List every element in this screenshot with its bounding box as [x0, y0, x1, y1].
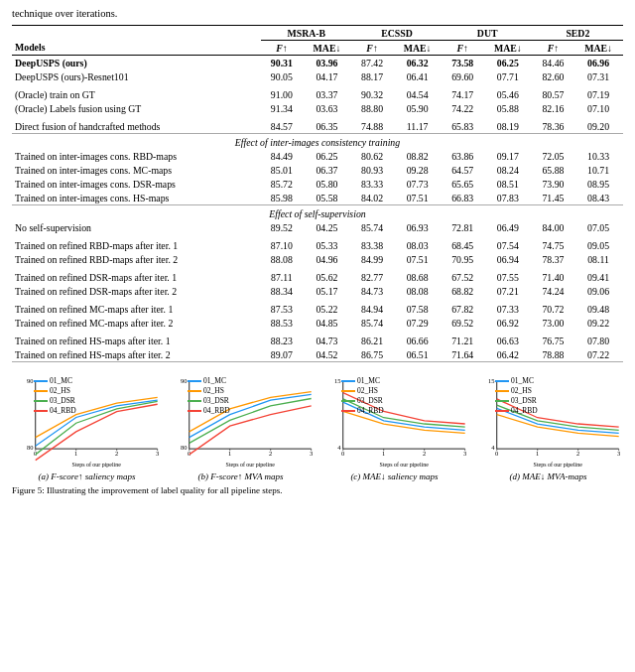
column-group-header: MSRA-B ECSSD DUT SED2	[12, 26, 623, 41]
legend-item: 03_DSR	[341, 396, 383, 405]
value-cell: 07.83	[483, 191, 533, 205]
model-name-cell: No self-supervision	[12, 220, 261, 234]
value-cell: 88.34	[261, 284, 302, 298]
value-cell: 86.75	[351, 347, 392, 362]
value-cell: 07.51	[393, 191, 443, 205]
value-cell: 07.73	[393, 177, 443, 191]
value-cell: 05.22	[303, 302, 352, 316]
section-header: Effect of inter-images consistency train…	[12, 134, 623, 150]
value-cell: 05.46	[483, 87, 533, 101]
value-cell: 04.85	[303, 316, 352, 330]
value-cell: 71.40	[533, 270, 573, 284]
model-name-cell: Trained on inter-images cons. RBD-maps	[12, 149, 261, 163]
legend-item: 02_HS	[34, 386, 70, 395]
figure-caption: Figure 5: Illustrating the improvement o…	[12, 485, 623, 495]
value-cell: 06.42	[483, 347, 533, 362]
value-cell: 03.96	[303, 56, 352, 70]
value-cell: 73.00	[533, 316, 573, 330]
value-cell: 72.05	[533, 149, 573, 163]
value-cell: 74.22	[443, 101, 483, 115]
value-cell: 06.94	[483, 252, 533, 266]
charts-area: 90800123Steps of our pipeline01_MC02_HS0…	[12, 370, 623, 481]
table-row: Trained on refined DSR-maps after iter. …	[12, 270, 623, 284]
value-cell: 66.83	[443, 191, 483, 205]
legend-item: 03_DSR	[34, 396, 75, 405]
chart-legend: 01_MC02_HS03_DSR04_RBD	[341, 376, 384, 415]
value-cell: 83.38	[351, 238, 392, 252]
dut-f-header: F↑	[443, 41, 483, 56]
chart-caption: (a) F-score↑ saliency maps	[39, 471, 136, 481]
table-row: (Oracle) Labels fusion using GT91.3403.6…	[12, 101, 623, 115]
value-cell: 08.95	[573, 177, 623, 191]
value-cell: 65.65	[443, 177, 483, 191]
value-cell: 65.83	[443, 119, 483, 134]
y-axis-label: 90	[181, 377, 187, 384]
table-row: Trained on inter-images cons. RBD-maps84…	[12, 149, 623, 163]
chart-legend: 01_MC02_HS03_DSR04_RBD	[495, 376, 538, 415]
intro-text: technique over iterations.	[12, 8, 623, 19]
value-cell: 07.21	[483, 284, 533, 298]
value-cell: 07.71	[483, 69, 533, 83]
model-name-cell: Trained on refined RBD-maps after iter. …	[12, 238, 261, 252]
value-cell: 80.62	[351, 149, 392, 163]
value-cell: 08.19	[483, 119, 533, 134]
value-cell: 08.11	[573, 252, 623, 266]
value-cell: 69.60	[443, 69, 483, 83]
model-name-cell: Trained on refined MC-maps after iter. 1	[12, 302, 261, 316]
value-cell: 09.17	[483, 149, 533, 163]
x-axis-label: Steps of our pipeline	[380, 462, 430, 468]
value-cell: 85.01	[261, 163, 302, 177]
value-cell: 91.00	[261, 87, 302, 101]
table-row: Trained on refined RBD-maps after iter. …	[12, 238, 623, 252]
value-cell: 06.25	[483, 56, 533, 70]
ecssd-header: ECSSD	[351, 26, 442, 41]
value-cell: 80.93	[351, 163, 392, 177]
value-cell: 09.28	[393, 163, 443, 177]
table-row: Effect of self-supervision	[12, 205, 623, 221]
value-cell: 06.93	[393, 220, 443, 234]
value-cell: 73.90	[533, 177, 573, 191]
msrab-mae-header: MAE↓	[303, 41, 352, 56]
value-cell: 06.63	[483, 334, 533, 347]
legend-item: 02_HS	[188, 386, 224, 395]
value-cell: 04.25	[303, 220, 352, 234]
chart-container-chart-b: 90800123Steps of our pipeline01_MC02_HS0…	[166, 370, 316, 481]
legend-item: 01_MC	[34, 376, 72, 385]
table-row: Trained on refined RBD-maps after iter. …	[12, 252, 623, 266]
model-name-cell: Trained on refined HS-maps after iter. 1	[12, 334, 261, 347]
table-row: Direct fusion of handcrafted methods84.5…	[12, 119, 623, 134]
value-cell: 89.07	[261, 347, 302, 362]
value-cell: 04.54	[393, 87, 443, 101]
msrab-f-header: F↑	[261, 41, 302, 56]
x-axis-label: Steps of our pipeline	[226, 462, 276, 468]
chart-svg-wrapper: 90800123Steps of our pipeline01_MC02_HS0…	[166, 370, 316, 470]
chart-svg-wrapper: 90800123Steps of our pipeline01_MC02_HS0…	[12, 370, 162, 470]
sed2-f-header: F↑	[533, 41, 573, 56]
chart-container-chart-d: 1540123Steps of our pipeline01_MC02_HS03…	[473, 370, 623, 481]
legend-item: 01_MC	[495, 376, 534, 385]
ecssd-mae-header: MAE↓	[393, 41, 443, 56]
value-cell: 71.21	[443, 334, 483, 347]
value-cell: 84.00	[533, 220, 573, 234]
legend-item: 01_MC	[188, 376, 226, 385]
value-cell: 07.05	[573, 220, 623, 234]
model-name-cell: Direct fusion of handcrafted methods	[12, 119, 261, 134]
table-row: Trained on refined HS-maps after iter. 1…	[12, 334, 623, 347]
value-cell: 85.74	[351, 316, 392, 330]
table-row: Trained on inter-images cons. DSR-maps85…	[12, 177, 623, 191]
value-cell: 80.57	[533, 87, 573, 101]
value-cell: 08.51	[483, 177, 533, 191]
value-cell: 87.10	[261, 238, 302, 252]
value-cell: 06.92	[483, 316, 533, 330]
value-cell: 07.54	[483, 238, 533, 252]
value-cell: 08.68	[393, 270, 443, 284]
value-cell: 06.41	[393, 69, 443, 83]
value-cell: 78.37	[533, 252, 573, 266]
value-cell: 78.88	[533, 347, 573, 362]
value-cell: 73.58	[443, 56, 483, 70]
model-name-cell: Trained on refined RBD-maps after iter. …	[12, 252, 261, 266]
value-cell: 10.33	[573, 149, 623, 163]
main-container: technique over iterations. MSRA-B ECSSD …	[0, 0, 635, 503]
value-cell: 84.94	[351, 302, 392, 316]
table-row: Effect of inter-images consistency train…	[12, 134, 623, 150]
